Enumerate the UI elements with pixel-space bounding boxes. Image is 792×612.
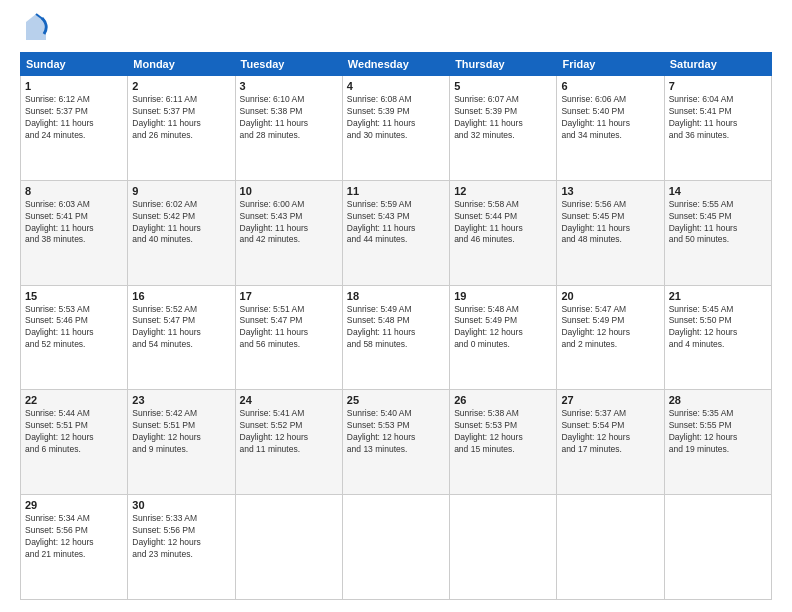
day-info: Sunrise: 6:12 AM Sunset: 5:37 PM Dayligh… — [25, 94, 123, 142]
day-info: Sunrise: 6:11 AM Sunset: 5:37 PM Dayligh… — [132, 94, 230, 142]
day-number: 20 — [561, 290, 659, 302]
day-info: Sunrise: 5:35 AM Sunset: 5:55 PM Dayligh… — [669, 408, 767, 456]
day-number: 26 — [454, 394, 552, 406]
day-number: 14 — [669, 185, 767, 197]
day-info: Sunrise: 5:48 AM Sunset: 5:49 PM Dayligh… — [454, 304, 552, 352]
logo-icon — [24, 12, 48, 42]
day-info: Sunrise: 5:34 AM Sunset: 5:56 PM Dayligh… — [25, 513, 123, 561]
day-info: Sunrise: 5:55 AM Sunset: 5:45 PM Dayligh… — [669, 199, 767, 247]
day-cell — [557, 495, 664, 600]
day-number: 25 — [347, 394, 445, 406]
dow-header-friday: Friday — [557, 53, 664, 76]
day-cell: 15Sunrise: 5:53 AM Sunset: 5:46 PM Dayli… — [21, 285, 128, 390]
day-cell: 19Sunrise: 5:48 AM Sunset: 5:49 PM Dayli… — [450, 285, 557, 390]
day-info: Sunrise: 5:58 AM Sunset: 5:44 PM Dayligh… — [454, 199, 552, 247]
day-number: 16 — [132, 290, 230, 302]
day-cell: 1Sunrise: 6:12 AM Sunset: 5:37 PM Daylig… — [21, 76, 128, 181]
day-cell: 12Sunrise: 5:58 AM Sunset: 5:44 PM Dayli… — [450, 180, 557, 285]
day-cell: 7Sunrise: 6:04 AM Sunset: 5:41 PM Daylig… — [664, 76, 771, 181]
day-info: Sunrise: 5:56 AM Sunset: 5:45 PM Dayligh… — [561, 199, 659, 247]
day-info: Sunrise: 6:00 AM Sunset: 5:43 PM Dayligh… — [240, 199, 338, 247]
day-info: Sunrise: 5:41 AM Sunset: 5:52 PM Dayligh… — [240, 408, 338, 456]
dow-header-wednesday: Wednesday — [342, 53, 449, 76]
day-cell: 10Sunrise: 6:00 AM Sunset: 5:43 PM Dayli… — [235, 180, 342, 285]
day-cell — [235, 495, 342, 600]
day-number: 24 — [240, 394, 338, 406]
week-row-4: 22Sunrise: 5:44 AM Sunset: 5:51 PM Dayli… — [21, 390, 772, 495]
week-row-1: 1Sunrise: 6:12 AM Sunset: 5:37 PM Daylig… — [21, 76, 772, 181]
day-cell: 27Sunrise: 5:37 AM Sunset: 5:54 PM Dayli… — [557, 390, 664, 495]
day-cell: 22Sunrise: 5:44 AM Sunset: 5:51 PM Dayli… — [21, 390, 128, 495]
dow-header-tuesday: Tuesday — [235, 53, 342, 76]
day-cell: 9Sunrise: 6:02 AM Sunset: 5:42 PM Daylig… — [128, 180, 235, 285]
day-number: 30 — [132, 499, 230, 511]
day-cell: 25Sunrise: 5:40 AM Sunset: 5:53 PM Dayli… — [342, 390, 449, 495]
day-number: 10 — [240, 185, 338, 197]
dow-header-monday: Monday — [128, 53, 235, 76]
week-row-3: 15Sunrise: 5:53 AM Sunset: 5:46 PM Dayli… — [21, 285, 772, 390]
page: SundayMondayTuesdayWednesdayThursdayFrid… — [0, 0, 792, 612]
day-number: 11 — [347, 185, 445, 197]
dow-header-sunday: Sunday — [21, 53, 128, 76]
day-cell: 4Sunrise: 6:08 AM Sunset: 5:39 PM Daylig… — [342, 76, 449, 181]
day-number: 1 — [25, 80, 123, 92]
day-cell: 17Sunrise: 5:51 AM Sunset: 5:47 PM Dayli… — [235, 285, 342, 390]
day-info: Sunrise: 5:40 AM Sunset: 5:53 PM Dayligh… — [347, 408, 445, 456]
day-cell: 28Sunrise: 5:35 AM Sunset: 5:55 PM Dayli… — [664, 390, 771, 495]
day-cell: 20Sunrise: 5:47 AM Sunset: 5:49 PM Dayli… — [557, 285, 664, 390]
day-cell: 13Sunrise: 5:56 AM Sunset: 5:45 PM Dayli… — [557, 180, 664, 285]
day-number: 23 — [132, 394, 230, 406]
day-number: 3 — [240, 80, 338, 92]
day-info: Sunrise: 6:10 AM Sunset: 5:38 PM Dayligh… — [240, 94, 338, 142]
calendar-table: SundayMondayTuesdayWednesdayThursdayFrid… — [20, 52, 772, 600]
day-info: Sunrise: 6:06 AM Sunset: 5:40 PM Dayligh… — [561, 94, 659, 142]
day-number: 12 — [454, 185, 552, 197]
day-cell — [450, 495, 557, 600]
day-number: 2 — [132, 80, 230, 92]
day-info: Sunrise: 5:53 AM Sunset: 5:46 PM Dayligh… — [25, 304, 123, 352]
header — [20, 16, 772, 42]
day-cell: 11Sunrise: 5:59 AM Sunset: 5:43 PM Dayli… — [342, 180, 449, 285]
day-number: 29 — [25, 499, 123, 511]
calendar-body: 1Sunrise: 6:12 AM Sunset: 5:37 PM Daylig… — [21, 76, 772, 600]
day-number: 7 — [669, 80, 767, 92]
day-info: Sunrise: 6:02 AM Sunset: 5:42 PM Dayligh… — [132, 199, 230, 247]
day-info: Sunrise: 5:37 AM Sunset: 5:54 PM Dayligh… — [561, 408, 659, 456]
week-row-5: 29Sunrise: 5:34 AM Sunset: 5:56 PM Dayli… — [21, 495, 772, 600]
day-cell: 8Sunrise: 6:03 AM Sunset: 5:41 PM Daylig… — [21, 180, 128, 285]
day-info: Sunrise: 5:47 AM Sunset: 5:49 PM Dayligh… — [561, 304, 659, 352]
day-cell: 30Sunrise: 5:33 AM Sunset: 5:56 PM Dayli… — [128, 495, 235, 600]
day-number: 21 — [669, 290, 767, 302]
days-of-week-row: SundayMondayTuesdayWednesdayThursdayFrid… — [21, 53, 772, 76]
day-info: Sunrise: 6:04 AM Sunset: 5:41 PM Dayligh… — [669, 94, 767, 142]
day-number: 18 — [347, 290, 445, 302]
day-cell: 6Sunrise: 6:06 AM Sunset: 5:40 PM Daylig… — [557, 76, 664, 181]
day-info: Sunrise: 5:59 AM Sunset: 5:43 PM Dayligh… — [347, 199, 445, 247]
day-number: 9 — [132, 185, 230, 197]
day-info: Sunrise: 6:03 AM Sunset: 5:41 PM Dayligh… — [25, 199, 123, 247]
day-cell: 23Sunrise: 5:42 AM Sunset: 5:51 PM Dayli… — [128, 390, 235, 495]
day-cell: 3Sunrise: 6:10 AM Sunset: 5:38 PM Daylig… — [235, 76, 342, 181]
logo — [20, 16, 48, 42]
day-cell: 14Sunrise: 5:55 AM Sunset: 5:45 PM Dayli… — [664, 180, 771, 285]
day-info: Sunrise: 6:08 AM Sunset: 5:39 PM Dayligh… — [347, 94, 445, 142]
week-row-2: 8Sunrise: 6:03 AM Sunset: 5:41 PM Daylig… — [21, 180, 772, 285]
day-cell: 24Sunrise: 5:41 AM Sunset: 5:52 PM Dayli… — [235, 390, 342, 495]
day-number: 6 — [561, 80, 659, 92]
day-number: 28 — [669, 394, 767, 406]
day-info: Sunrise: 5:42 AM Sunset: 5:51 PM Dayligh… — [132, 408, 230, 456]
day-cell: 5Sunrise: 6:07 AM Sunset: 5:39 PM Daylig… — [450, 76, 557, 181]
day-cell: 26Sunrise: 5:38 AM Sunset: 5:53 PM Dayli… — [450, 390, 557, 495]
day-cell: 2Sunrise: 6:11 AM Sunset: 5:37 PM Daylig… — [128, 76, 235, 181]
day-cell — [664, 495, 771, 600]
dow-header-saturday: Saturday — [664, 53, 771, 76]
day-cell: 21Sunrise: 5:45 AM Sunset: 5:50 PM Dayli… — [664, 285, 771, 390]
day-info: Sunrise: 5:52 AM Sunset: 5:47 PM Dayligh… — [132, 304, 230, 352]
day-number: 19 — [454, 290, 552, 302]
day-cell: 16Sunrise: 5:52 AM Sunset: 5:47 PM Dayli… — [128, 285, 235, 390]
day-cell: 18Sunrise: 5:49 AM Sunset: 5:48 PM Dayli… — [342, 285, 449, 390]
day-info: Sunrise: 6:07 AM Sunset: 5:39 PM Dayligh… — [454, 94, 552, 142]
day-info: Sunrise: 5:51 AM Sunset: 5:47 PM Dayligh… — [240, 304, 338, 352]
day-number: 22 — [25, 394, 123, 406]
day-number: 4 — [347, 80, 445, 92]
